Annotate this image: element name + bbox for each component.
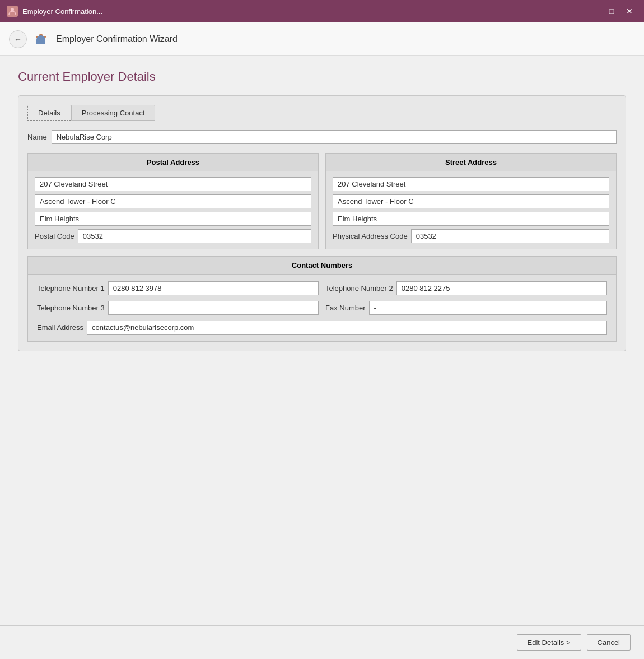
postal-address-box: Postal Address Postal Code xyxy=(27,153,319,249)
wizard-icon xyxy=(34,31,49,47)
postal-code-input[interactable] xyxy=(78,229,311,243)
address-code-input[interactable] xyxy=(411,229,609,243)
street-line2-input[interactable] xyxy=(333,194,609,208)
street-line3-input[interactable] xyxy=(333,212,609,226)
tel2-group: Telephone Number 2 xyxy=(325,281,607,295)
tel1-group: Telephone Number 1 xyxy=(37,281,319,295)
svg-rect-4 xyxy=(36,40,45,44)
main-content: Current Employer Details Details Process… xyxy=(0,56,644,625)
tabs-container: Details Processing Contact xyxy=(27,105,617,121)
window-title: Employer Confirmation... xyxy=(22,7,102,16)
fax-input[interactable] xyxy=(369,301,607,315)
tel3-group: Telephone Number 3 xyxy=(37,301,319,315)
back-arrow-icon: ← xyxy=(14,35,22,44)
address-code-row: Physical Address Code xyxy=(333,229,609,243)
postal-code-label: Postal Code xyxy=(35,232,74,240)
postal-address-content: Postal Code xyxy=(28,171,318,249)
email-input[interactable] xyxy=(87,321,607,335)
postal-line1-input[interactable] xyxy=(35,177,311,191)
tel3-label: Telephone Number 3 xyxy=(37,304,105,312)
postal-code-row: Postal Code xyxy=(35,229,311,243)
window-controls: — □ ✕ xyxy=(586,3,637,19)
street-line2-row xyxy=(333,194,609,208)
contact-numbers-header: Contact Numbers xyxy=(28,257,616,275)
header-title: Employer Confirmation Wizard xyxy=(56,34,178,44)
street-line3-row xyxy=(333,212,609,226)
title-bar-left: Employer Confirmation... xyxy=(7,6,102,17)
name-label: Name xyxy=(27,133,47,141)
postal-line3-row xyxy=(35,212,311,226)
maximize-button[interactable]: □ xyxy=(604,3,619,19)
email-label: Email Address xyxy=(37,323,83,332)
postal-line2-input[interactable] xyxy=(35,194,311,208)
edit-details-button[interactable]: Edit Details > xyxy=(517,634,581,651)
postal-line1-row xyxy=(35,177,311,191)
header-bar: ← Employer Confirmation Wizard xyxy=(0,22,644,56)
tel1-label: Telephone Number 1 xyxy=(37,284,105,293)
tab-details[interactable]: Details xyxy=(27,105,71,121)
employer-details-card: Details Processing Contact Name Postal A… xyxy=(18,95,626,351)
contact-row-2: Telephone Number 3 Fax Number xyxy=(37,301,607,315)
tel2-label: Telephone Number 2 xyxy=(325,284,393,293)
tel3-input[interactable] xyxy=(108,301,319,315)
address-code-label: Physical Address Code xyxy=(333,232,408,240)
contact-numbers-content: Telephone Number 1 Telephone Number 2 Te… xyxy=(28,275,616,341)
postal-line3-input[interactable] xyxy=(35,212,311,226)
tel2-input[interactable] xyxy=(396,281,607,295)
street-line1-input[interactable] xyxy=(333,177,609,191)
tab-processing-contact[interactable]: Processing Contact xyxy=(71,105,156,121)
postal-line2-row xyxy=(35,194,311,208)
page-title: Current Employer Details xyxy=(18,69,626,84)
street-address-header: Street Address xyxy=(326,154,616,171)
street-line1-row xyxy=(333,177,609,191)
name-row: Name xyxy=(27,130,617,144)
app-icon xyxy=(7,6,18,17)
fax-group: Fax Number xyxy=(325,301,607,315)
email-group: Email Address xyxy=(37,321,607,335)
minimize-button[interactable]: — xyxy=(586,3,601,19)
contact-row-3: Email Address xyxy=(37,321,607,335)
address-grid: Postal Address Postal Code xyxy=(27,153,617,249)
name-input[interactable] xyxy=(52,130,617,144)
cancel-button[interactable]: Cancel xyxy=(587,634,631,651)
street-address-box: Street Address Physical Address Code xyxy=(325,153,617,249)
street-address-content: Physical Address Code xyxy=(326,171,616,249)
tel1-input[interactable] xyxy=(108,281,319,295)
svg-point-0 xyxy=(11,8,14,11)
back-button[interactable]: ← xyxy=(9,30,27,48)
fax-label: Fax Number xyxy=(325,304,366,312)
close-button[interactable]: ✕ xyxy=(622,3,637,19)
contact-numbers-box: Contact Numbers Telephone Number 1 Telep… xyxy=(27,256,617,342)
postal-address-header: Postal Address xyxy=(28,154,318,171)
contact-row-1: Telephone Number 1 Telephone Number 2 xyxy=(37,281,607,295)
title-bar: Employer Confirmation... — □ ✕ xyxy=(0,0,644,22)
footer: Edit Details > Cancel xyxy=(0,625,644,659)
